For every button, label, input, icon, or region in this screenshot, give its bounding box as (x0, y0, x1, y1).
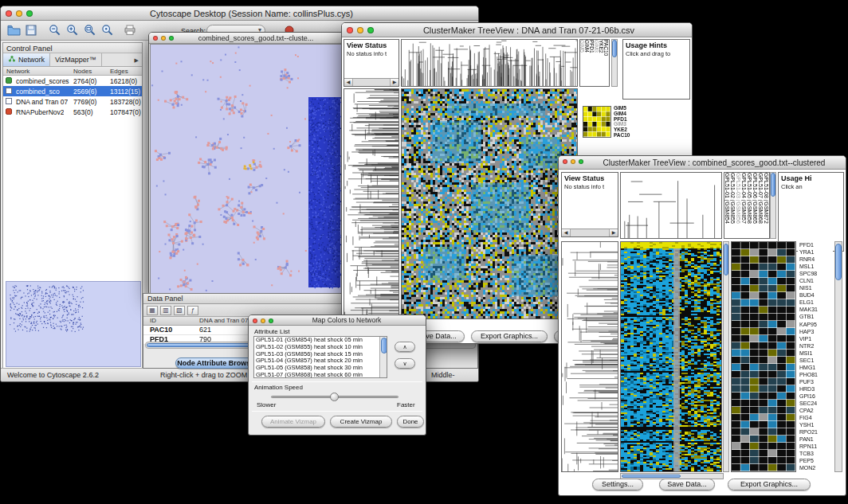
hscroll-thumb[interactable] (622, 475, 681, 478)
gene-label[interactable]: VIP1 (798, 335, 833, 342)
view-status-hscrollbar[interactable]: ◀ ▶ (344, 78, 398, 86)
close-icon[interactable] (563, 159, 567, 164)
overview-canvas[interactable] (6, 282, 140, 366)
vscroll-thumb[interactable] (724, 244, 728, 275)
column-label[interactable]: GPL51-08 (GSM872 (764, 173, 769, 238)
gene-label[interactable]: GTB1 (798, 313, 833, 320)
heatmap-vscrollbar[interactable] (723, 241, 729, 472)
tab-vizmapper[interactable]: VizMapper™ (50, 53, 102, 66)
gene-label[interactable]: TCB3 (798, 450, 833, 457)
gene-label[interactable]: PAN1 (798, 436, 833, 443)
gene-label[interactable]: NTR2 (798, 342, 833, 350)
node-attribute-browser-button[interactable]: Node Attribute Brows... (175, 357, 258, 369)
gene-label[interactable]: PFD1 (798, 241, 833, 248)
slider-thumb[interactable] (330, 393, 339, 401)
gene-label[interactable]: RPO21 (798, 428, 833, 436)
minimize-icon[interactable] (261, 318, 265, 323)
column-label[interactable]: GPL51-02 (GSM855 (730, 173, 736, 238)
network-view-titlebar[interactable]: combined_scores_good.txt--cluste... (149, 33, 344, 44)
scroll-left-icon[interactable]: ◀ (562, 229, 571, 236)
treeview-dna-titlebar[interactable]: ClusterMaker TreeView : DNA and Tran 07-… (342, 23, 692, 37)
network-overview-thumbnail[interactable] (6, 281, 141, 367)
gene-label[interactable]: PHO81 (798, 371, 833, 378)
gene-label[interactable]: MAK31 (798, 306, 833, 313)
zoom-fit-icon[interactable] (82, 23, 98, 37)
attribute-list[interactable]: GPL51-01 (GSM854) heat shock 05 minGPL51… (253, 336, 387, 378)
network-graph-canvas[interactable] (150, 44, 344, 295)
zoom-selected-icon[interactable] (100, 23, 116, 37)
dialog-titlebar[interactable]: Map Colors to Network (249, 315, 426, 326)
zoom-matrix-canvas[interactable] (583, 106, 611, 138)
maximize-icon[interactable] (269, 318, 273, 323)
scroll-right-icon[interactable]: ▶ (390, 79, 398, 86)
gene-label[interactable]: YRA1 (798, 248, 833, 256)
gene-label[interactable]: HRD3 (798, 385, 833, 393)
treeview-combined-titlebar[interactable]: ClusterMaker TreeView : combined_scores_… (559, 156, 846, 170)
gene-label[interactable]: MSL1 (798, 263, 833, 270)
column-label[interactable]: GPL51-01 (GSM854 (724, 173, 730, 238)
gene-label[interactable]: SEC1 (798, 357, 833, 364)
network-list-row[interactable]: combined_scores 2764(0) 16218(0) (3, 76, 142, 86)
print-icon[interactable] (122, 23, 138, 37)
close-icon[interactable] (153, 36, 158, 41)
attribute-list-scrollbar[interactable] (379, 337, 387, 377)
gene-label[interactable]: PUF3 (798, 378, 833, 385)
minimize-icon[interactable] (161, 36, 166, 41)
heatmap-canvas[interactable] (401, 88, 578, 319)
create-attribute-icon[interactable]: ▥ (160, 306, 171, 315)
column-dendrogram-canvas[interactable] (620, 172, 722, 239)
maximize-icon[interactable] (169, 36, 174, 41)
minimize-icon[interactable] (571, 159, 575, 164)
gene-label[interactable]: GPI16 (798, 393, 833, 400)
row-dendrogram-canvas[interactable] (344, 88, 399, 319)
settings-button[interactable]: Settings... (592, 479, 643, 490)
column-dendrogram-canvas[interactable] (401, 39, 578, 87)
column-label-scrollbar[interactable] (770, 172, 776, 239)
gene-label[interactable]: HAP3 (798, 328, 833, 335)
scroll-left-icon[interactable]: ◀ (344, 79, 353, 86)
column-label[interactable]: GPL51-04 (GSM857 (741, 173, 747, 238)
column-label[interactable]: PAC10 (604, 40, 609, 86)
gene-label[interactable]: NIS1 (798, 284, 833, 291)
create-vizmap-button[interactable]: Create Vizmap (330, 416, 392, 428)
open-session-icon[interactable] (6, 23, 22, 37)
move-down-button[interactable]: ∨ (395, 358, 415, 369)
vscroll-thumb[interactable] (835, 244, 842, 280)
maximize-icon[interactable] (367, 27, 374, 33)
column-label[interactable]: GPL51-05 (GSM858 (747, 173, 752, 238)
row-dendrogram-canvas[interactable] (561, 241, 618, 472)
column-label[interactable]: GPL51-07 (GSM868 (758, 173, 764, 238)
minimize-icon[interactable] (16, 10, 22, 17)
vscroll-thumb[interactable] (612, 40, 617, 57)
gene-label[interactable]: SEC24 (798, 400, 833, 407)
main-titlebar[interactable]: Cytoscape Desktop (Session Name: collins… (1, 6, 478, 21)
move-up-button[interactable]: ∧ (395, 342, 415, 352)
gene-label[interactable]: ELG1 (798, 299, 833, 306)
column-label[interactable]: GPL51-06 (GSM865 (752, 173, 758, 238)
column-label-scrollbar[interactable] (611, 39, 618, 87)
maximize-icon[interactable] (26, 10, 33, 17)
select-attributes-icon[interactable]: ▦ (147, 306, 158, 315)
tab-network[interactable]: Network (3, 53, 50, 66)
export-graphics-button[interactable]: Export Graphics... (728, 479, 811, 490)
close-icon[interactable] (6, 10, 12, 17)
network-list-row[interactable]: DNA and Tran 07 7769(0) 183728(0) (3, 96, 142, 107)
gene-label[interactable]: KAP95 (798, 321, 833, 328)
gene-label[interactable]: RNR4 (798, 256, 833, 263)
gene-label[interactable]: RPN11 (798, 443, 833, 450)
minimize-icon[interactable] (357, 27, 363, 33)
gene-label[interactable]: CLN1 (798, 277, 833, 284)
zoom-in-icon[interactable] (65, 23, 80, 37)
network-list-row[interactable]: RNAPuberNov2 563(0) 107847(0) (3, 107, 142, 117)
row-label[interactable]: PAC10 (614, 133, 649, 139)
attribute-item[interactable]: GPL51-07 (GSM868) heat shock 60 min (254, 372, 379, 377)
gene-label[interactable]: SPC98 (798, 270, 833, 277)
done-button[interactable]: Done (397, 416, 424, 428)
gene-label[interactable]: HMG1 (798, 364, 833, 371)
view-status-hscrollbar[interactable]: ◀ ▶ (562, 229, 618, 236)
vscroll-thumb[interactable] (771, 173, 775, 197)
gene-label[interactable]: CPA2 (798, 407, 833, 414)
close-icon[interactable] (253, 318, 257, 323)
close-icon[interactable] (347, 27, 353, 33)
save-data-button[interactable]: Save Data... (659, 479, 715, 490)
